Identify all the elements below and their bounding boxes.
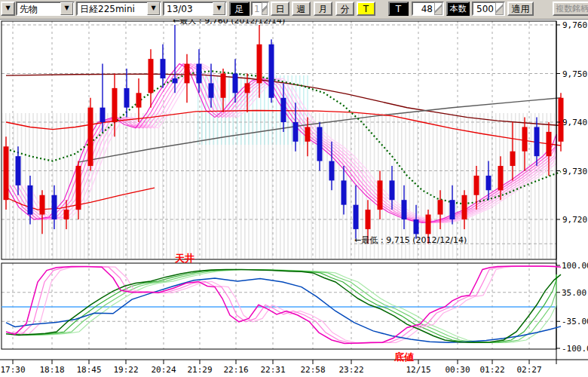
ashi-button[interactable]: 足 <box>229 2 250 16</box>
bottom-label: 底値 <box>394 351 414 364</box>
svg-text:18:45: 18:45 <box>76 365 101 375</box>
svg-text:22:58: 22:58 <box>300 365 325 375</box>
svg-text:20:24: 20:24 <box>151 365 176 375</box>
tick-count-stepper[interactable]: 48 <box>412 2 444 16</box>
contract-month-select[interactable]: 13/03 ▼ <box>163 2 227 16</box>
svg-text:9,730: 9,730 <box>562 167 587 176</box>
period-minute-button[interactable]: 分 <box>335 2 354 16</box>
chevron-down-icon[interactable]: ▼ <box>147 2 160 15</box>
spinner-icon[interactable] <box>495 2 504 15</box>
toolbar: ▼ 先物 ▼ 日経225mini ▼ 13/03 ▼ 足 1 日 週 月 分 T… <box>0 0 588 20</box>
svg-text:02:27: 02:27 <box>516 365 541 375</box>
svg-text:17:30: 17:30 <box>0 365 25 375</box>
chevron-down-icon: ▼ <box>5 5 10 11</box>
interval-stepper[interactable]: 1 <box>251 2 269 16</box>
chevron-down-icon[interactable]: ▼ <box>60 2 73 15</box>
category-value: 先物 <box>17 3 60 15</box>
mini-dropdown-button[interactable]: ▼ <box>1 2 15 16</box>
svg-text:35.00: 35.00 <box>562 288 586 298</box>
tick-toggle-button[interactable]: T <box>357 2 375 16</box>
svg-text:-35.00: -35.00 <box>562 317 588 326</box>
min-price-annotation: ←最低：9,715 (2012/12/14) <box>354 234 467 246</box>
chevron-down-icon[interactable]: ▼ <box>213 2 225 15</box>
chart-window: ▼ 先物 ▼ 日経225mini ▼ 13/03 ▼ 足 1 日 週 月 分 T… <box>0 0 588 377</box>
period-day-button[interactable]: 日 <box>271 2 289 16</box>
svg-text:21:29: 21:29 <box>187 365 212 375</box>
multi-symbol-button[interactable]: 複数銘柄 <box>553 2 588 16</box>
svg-text:12/15: 12/15 <box>406 365 430 375</box>
svg-text:-100.00: -100.00 <box>562 344 588 354</box>
spinner-icon[interactable] <box>262 2 268 15</box>
bars-count-stepper[interactable]: 500 <box>472 2 505 16</box>
svg-text:01:22: 01:22 <box>479 365 504 375</box>
svg-text:22:31: 22:31 <box>260 365 285 375</box>
ceiling-label: 天井 <box>175 252 194 265</box>
symbol-value: 日経225mini <box>78 3 147 15</box>
svg-text:18:18: 18:18 <box>39 365 64 375</box>
svg-text:19:22: 19:22 <box>113 365 138 375</box>
bars-button[interactable]: 本数 <box>446 2 470 16</box>
svg-text:9,760: 9,760 <box>562 20 587 30</box>
svg-text:9,750: 9,750 <box>562 69 587 79</box>
svg-text:00:30: 00:30 <box>445 365 470 375</box>
symbol-select[interactable]: 日経225mini ▼ <box>76 2 161 16</box>
svg-text:9,720: 9,720 <box>562 215 587 225</box>
interval-value: 1 <box>253 3 262 15</box>
period-week-button[interactable]: 週 <box>292 2 311 16</box>
svg-text:22:16: 22:16 <box>223 365 248 375</box>
contract-value: 13/03 <box>164 3 213 15</box>
tick-mode-button[interactable]: T <box>388 2 409 16</box>
tick-count-value: 48 <box>413 3 434 15</box>
chart-area[interactable]: 9,7609,7509,7409,7309,720100.0035.00-35.… <box>0 0 588 377</box>
bars-count-value: 500 <box>473 3 495 15</box>
svg-text:100.00: 100.00 <box>562 261 588 271</box>
period-month-button[interactable]: 月 <box>314 2 332 16</box>
svg-text:9,740: 9,740 <box>562 118 587 127</box>
svg-text:23:22: 23:22 <box>338 365 363 375</box>
apply-button[interactable]: 適用 <box>507 2 534 16</box>
category-select[interactable]: 先物 ▼ <box>16 2 75 16</box>
spinner-icon[interactable] <box>434 2 443 15</box>
